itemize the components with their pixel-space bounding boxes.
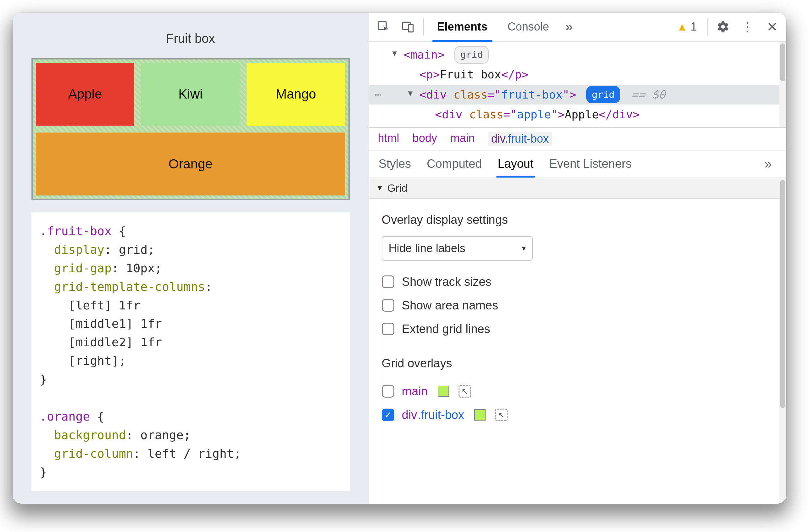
settings-icon[interactable] — [712, 16, 734, 38]
grid-section-header[interactable]: ▼ Grid — [369, 178, 786, 199]
fruit-cell-kiwi: Kiwi — [141, 62, 240, 126]
checkbox-unchecked-icon[interactable] — [382, 299, 394, 312]
overlay-label-main[interactable]: main — [402, 385, 428, 398]
styles-subtabs: Styles Computed Layout Event Listeners » — [369, 151, 786, 178]
selected-node-indicator-icon: ⋯ — [375, 85, 383, 104]
show-track-sizes-label: Show track sizes — [402, 275, 492, 289]
overlay-row-main[interactable]: main ↖ — [382, 380, 774, 403]
grid-overlays-heading: Grid overlays — [382, 357, 774, 370]
reveal-element-icon[interactable]: ↖ — [495, 409, 508, 421]
overlay-row-fruit-box[interactable]: ✓ div.fruit-box ↖ — [382, 403, 774, 427]
css-source-block: .fruit-box { display: grid; grid-gap: 10… — [31, 212, 350, 491]
subtab-event-listeners[interactable]: Event Listeners — [549, 157, 632, 171]
warnings-indicator[interactable]: ▲ 1 — [671, 20, 702, 33]
fruit-box-container: Apple Kiwi Mango Orange — [31, 58, 350, 200]
grid-section-label: Grid — [387, 182, 407, 194]
section-expand-icon: ▼ — [376, 183, 384, 192]
grid-badge[interactable]: grid — [454, 46, 489, 64]
checkbox-unchecked-icon[interactable] — [382, 276, 394, 288]
line-labels-value: Hide line labels — [389, 242, 465, 255]
tab-console[interactable]: Console — [499, 13, 558, 41]
extend-grid-lines-row[interactable]: Extend grid lines — [382, 317, 774, 341]
line-labels-select[interactable]: Hide line labels ▾ — [382, 236, 533, 261]
devtools-panel: Elements Console » ▲ 1 ⋮ ✕ ▼ <main> — [368, 13, 786, 504]
overlay-label-fruit-box[interactable]: div.fruit-box — [402, 408, 464, 422]
warning-icon: ▲ — [677, 21, 687, 33]
expand-arrow-icon[interactable]: ▼ — [392, 47, 397, 60]
show-area-names-row[interactable]: Show area names — [382, 294, 774, 317]
dom-breadcrumb[interactable]: html body main div.fruit-box — [369, 127, 786, 151]
dom-tree[interactable]: ▼ <main> grid <p>Fruit box</p> ⋯ ▼ <div … — [369, 42, 786, 127]
devtools-toolbar: Elements Console » ▲ 1 ⋮ ✕ — [369, 13, 786, 42]
page-viewport: Fruit box Apple Kiwi Mango Orange .fruit… — [13, 13, 368, 504]
dom-scrollbar[interactable] — [779, 42, 786, 127]
crumb-fruit-box[interactable]: div.fruit-box — [488, 131, 552, 146]
show-area-names-label: Show area names — [402, 299, 498, 312]
inspect-icon[interactable] — [372, 16, 394, 38]
checkbox-unchecked-icon[interactable] — [382, 323, 394, 335]
fruit-cell-apple: Apple — [36, 62, 134, 126]
crumb-body[interactable]: body — [412, 131, 437, 146]
tabs-overflow-icon[interactable]: » — [561, 19, 578, 34]
dom-node-fruit-box[interactable]: ⋯ ▼ <div class="fruit-box"> grid == $0 — [369, 85, 786, 104]
dom-node-p[interactable]: <p>Fruit box</p> — [369, 65, 786, 84]
fruit-cell-mango: Mango — [247, 62, 345, 126]
toolbar-separator — [707, 18, 708, 36]
reveal-element-icon[interactable]: ↖ — [459, 385, 471, 397]
grid-badge-active[interactable]: grid — [586, 86, 620, 103]
fruit-box-grid: Apple Kiwi Mango Orange — [36, 62, 345, 195]
devtools-window: Fruit box Apple Kiwi Mango Orange .fruit… — [13, 13, 786, 504]
checkbox-unchecked-icon[interactable] — [382, 385, 394, 397]
overlay-color-swatch[interactable] — [474, 409, 485, 421]
chevron-down-icon: ▾ — [522, 243, 526, 253]
tab-elements[interactable]: Elements — [428, 13, 496, 41]
show-track-sizes-row[interactable]: Show track sizes — [382, 270, 774, 294]
overlay-settings-heading: Overlay display settings — [382, 213, 774, 227]
subtab-styles[interactable]: Styles — [379, 157, 411, 171]
expand-arrow-icon[interactable]: ▼ — [408, 87, 412, 100]
warning-count: 1 — [691, 20, 697, 33]
overlay-color-swatch[interactable] — [438, 386, 449, 397]
crumb-main[interactable]: main — [450, 131, 475, 146]
extend-grid-lines-label: Extend grid lines — [402, 322, 490, 336]
crumb-html[interactable]: html — [378, 131, 400, 146]
layout-pane: ▼ Grid Overlay display settings Hide lin… — [369, 178, 786, 504]
page-title: Fruit box — [31, 31, 350, 46]
subtab-layout[interactable]: Layout — [497, 157, 533, 171]
subtabs-overflow-icon[interactable]: » — [759, 156, 777, 171]
fruit-cell-orange: Orange — [36, 132, 345, 195]
checkbox-checked-icon[interactable]: ✓ — [382, 409, 394, 421]
device-toggle-icon[interactable] — [397, 16, 419, 38]
close-icon[interactable]: ✕ — [761, 16, 783, 38]
dom-node-apple[interactable]: <div class="apple">Apple</div> — [369, 104, 786, 124]
dollar-zero-indicator: == $0 — [632, 88, 665, 101]
toolbar-separator — [423, 18, 424, 36]
dom-node-main[interactable]: ▼ <main> grid — [369, 45, 786, 65]
subtab-computed[interactable]: Computed — [427, 157, 482, 171]
svg-rect-2 — [408, 25, 413, 32]
layout-scrollbar[interactable] — [779, 178, 786, 504]
kebab-menu-icon[interactable]: ⋮ — [737, 16, 758, 38]
